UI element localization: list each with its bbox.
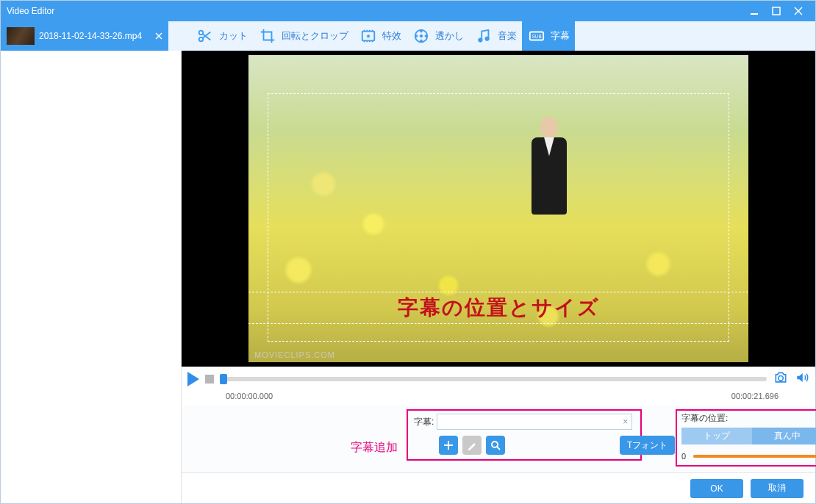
cancel-button[interactable]: 取消 — [751, 479, 804, 498]
svg-point-15 — [415, 35, 418, 37]
svg-point-6 — [199, 31, 204, 35]
file-name: 2018-11-02-14-33-26.mp4 — [39, 31, 152, 41]
svg-point-18 — [485, 37, 490, 40]
annotation-add-label: 字幕追加 — [351, 440, 398, 456]
svg-point-7 — [199, 37, 204, 42]
svg-point-24 — [492, 442, 498, 447]
tool-watermark-label: 透かし — [435, 29, 464, 43]
music-icon — [474, 26, 493, 46]
clear-input-icon[interactable]: × — [623, 417, 628, 427]
tool-rotate-crop[interactable]: 回転とクロップ — [253, 21, 354, 51]
footer: OK 取消 — [182, 472, 815, 503]
volume-button[interactable] — [795, 371, 809, 387]
tool-subtitle[interactable]: SUB 字幕 — [522, 21, 575, 51]
svg-line-25 — [497, 447, 500, 450]
snapshot-button[interactable] — [773, 370, 789, 388]
subtitle-icon: SUB — [527, 26, 546, 46]
svg-point-17 — [479, 38, 483, 43]
video-preview[interactable]: 字幕の位置とサイズ MOVIECLIPS.COM — [182, 51, 815, 367]
tool-music[interactable]: 音楽 — [469, 21, 522, 51]
tool-effects-label: 特效 — [382, 29, 401, 43]
svg-point-16 — [425, 35, 427, 37]
source-watermark: MOVIECLIPS.COM — [254, 350, 335, 359]
svg-point-21 — [779, 376, 784, 381]
effects-icon — [359, 26, 378, 46]
svg-rect-1 — [773, 7, 780, 15]
scissors-icon — [196, 26, 215, 46]
svg-text:SUB: SUB — [532, 34, 542, 39]
svg-point-12 — [420, 35, 423, 37]
window-title: Video Editor — [7, 6, 743, 16]
position-slider[interactable] — [693, 455, 816, 458]
total-time: 00:00:21.696 — [731, 392, 779, 406]
position-segmented: トップ 真ん中 下部 — [681, 428, 816, 444]
transport-bar — [182, 367, 815, 392]
position-middle[interactable]: 真ん中 — [752, 428, 816, 444]
subtitle-input-label: 字幕: — [414, 416, 434, 428]
position-title: 字幕の位置: — [681, 412, 816, 425]
close-button[interactable] — [787, 1, 809, 21]
current-time: 00:00:00.000 — [226, 392, 731, 406]
settings-panel: 字幕追加 字幕位置 設定 字幕: × Tフォント 字幕の位置: — [182, 406, 815, 472]
tool-subtitle-label: 字幕 — [551, 29, 570, 43]
slider-min: 0 — [681, 452, 693, 461]
search-subtitle-button[interactable] — [486, 436, 505, 455]
subtitle-input[interactable] — [437, 414, 632, 430]
maximize-button[interactable] — [765, 1, 787, 21]
add-subtitle-button[interactable] — [439, 436, 458, 455]
watermark-icon — [412, 26, 431, 46]
tool-cut-label: カット — [219, 29, 248, 43]
edit-subtitle-button[interactable] — [462, 436, 482, 455]
font-button[interactable]: Tフォント — [620, 436, 675, 455]
sidebar — [1, 51, 182, 503]
seek-slider[interactable] — [220, 377, 767, 381]
stop-button[interactable] — [205, 375, 214, 384]
close-tab-icon[interactable] — [152, 29, 165, 43]
minimize-button[interactable] — [743, 1, 765, 21]
crop-icon — [258, 26, 277, 46]
tool-watermark[interactable]: 透かし — [407, 21, 469, 51]
subtitle-overlay[interactable]: 字幕の位置とサイズ — [248, 292, 748, 324]
video-frame: 字幕の位置とサイズ MOVIECLIPS.COM — [248, 55, 748, 362]
tool-music-label: 音楽 — [498, 29, 517, 43]
titlebar: Video Editor — [1, 1, 815, 21]
svg-point-14 — [420, 40, 423, 42]
ok-button[interactable]: OK — [690, 479, 743, 498]
toolbar: カット 回転とクロップ 特效 透かし 音楽 SUB 字幕 — [168, 21, 815, 51]
play-button[interactable] — [187, 372, 199, 386]
position-top[interactable]: トップ — [681, 428, 752, 444]
tool-effects[interactable]: 特效 — [354, 21, 407, 51]
tool-rotate-crop-label: 回転とクロップ — [282, 29, 348, 43]
file-tab[interactable]: 2018-11-02-14-33-26.mp4 — [1, 21, 168, 51]
svg-point-13 — [420, 30, 423, 32]
tool-cut[interactable]: カット — [190, 21, 253, 51]
file-thumbnail — [7, 27, 35, 45]
